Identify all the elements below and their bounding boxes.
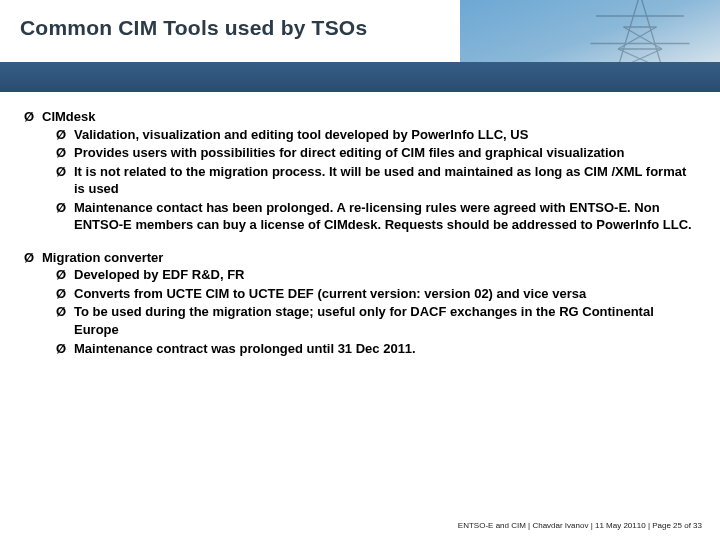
bullet-text: Maintenance contact has been prolonged. … xyxy=(74,199,696,234)
slide-footer: ENTSO-E and CIM | Chavdar Ivanov | 11 Ma… xyxy=(458,521,702,530)
bullet-text: To be used during the migration stage; u… xyxy=(74,303,696,338)
list-item: ØValidation, visualization and editing t… xyxy=(56,126,696,144)
list-item: Ø Migration converter ØDeveloped by EDF … xyxy=(24,249,696,357)
list-item: ØMaintenance contract was prolonged unti… xyxy=(56,340,696,358)
list-item: ØIt is not related to the migration proc… xyxy=(56,163,696,198)
bullet-arrow-icon: Ø xyxy=(56,303,74,338)
list-item: ØDeveloped by EDF R&D, FR xyxy=(56,266,696,284)
list-item: ØConverts from UCTE CIM to UCTE DEF (cur… xyxy=(56,285,696,303)
bullet-arrow-icon: Ø xyxy=(56,163,74,198)
list-item: ØTo be used during the migration stage; … xyxy=(56,303,696,338)
bullet-arrow-icon: Ø xyxy=(56,340,74,358)
bullet-text: Converts from UCTE CIM to UCTE DEF (curr… xyxy=(74,285,696,303)
section-heading: CIMdesk xyxy=(42,108,696,126)
slide-body: Ø CIMdesk ØValidation, visualization and… xyxy=(0,108,720,358)
bullet-arrow-icon: Ø xyxy=(56,266,74,284)
bullet-arrow-icon: Ø xyxy=(56,126,74,144)
bullet-text: It is not related to the migration proce… xyxy=(74,163,696,198)
title-band xyxy=(0,62,720,92)
bullet-arrow-icon: Ø xyxy=(56,199,74,234)
bullet-text: Validation, visualization and editing to… xyxy=(74,126,696,144)
bullet-text: Developed by EDF R&D, FR xyxy=(74,266,696,284)
bullet-arrow-icon: Ø xyxy=(24,249,42,267)
list-item: ØProvides users with possibilities for d… xyxy=(56,144,696,162)
bullet-text: Maintenance contract was prolonged until… xyxy=(74,340,696,358)
list-item: ØMaintenance contact has been prolonged.… xyxy=(56,199,696,234)
slide-header: Common CIM Tools used by TSOs xyxy=(0,0,720,92)
bullet-arrow-icon: Ø xyxy=(56,144,74,162)
bullet-arrow-icon: Ø xyxy=(24,108,42,126)
bullet-arrow-icon: Ø xyxy=(56,285,74,303)
section-heading: Migration converter xyxy=(42,249,696,267)
bullet-text: Provides users with possibilities for di… xyxy=(74,144,696,162)
slide-title: Common CIM Tools used by TSOs xyxy=(20,16,367,40)
list-item: Ø CIMdesk ØValidation, visualization and… xyxy=(24,108,696,234)
